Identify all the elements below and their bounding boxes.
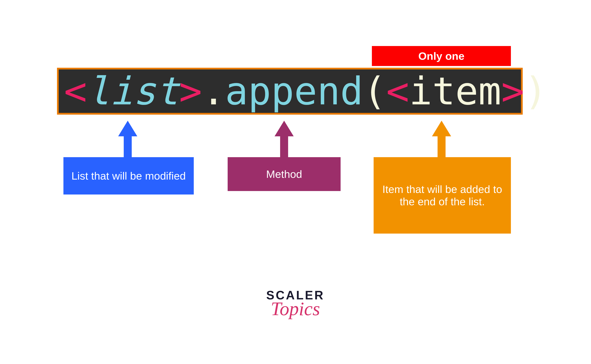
code-append-method: append	[225, 72, 363, 110]
angle-bracket-open: <	[64, 72, 87, 110]
arrow-up-icon	[432, 121, 451, 136]
scaler-topics-logo: SCALER Topics	[256, 288, 335, 320]
code-dot: .	[202, 72, 225, 110]
code-item-placeholder: item	[409, 72, 501, 110]
angle-bracket-open: <	[386, 72, 409, 110]
angle-bracket-close: >	[179, 72, 202, 110]
paren-close: )	[524, 72, 547, 110]
callout-method-description: Method	[228, 157, 341, 191]
code-syntax-box: <list>.append(<item>)	[57, 68, 523, 115]
callout-item-description: Item that will be added to the end of th…	[374, 157, 511, 234]
callout-list-description: List that will be modified	[63, 157, 194, 195]
arrow-stem	[438, 136, 446, 158]
arrow-up-icon	[275, 121, 294, 136]
code-list-placeholder: list	[87, 72, 179, 110]
angle-bracket-close: >	[501, 72, 524, 110]
arrow-stem	[280, 136, 288, 158]
arrow-stem	[124, 136, 132, 158]
arrow-up-icon	[118, 121, 137, 136]
paren-open: (	[363, 72, 386, 110]
only-one-badge: Only one	[372, 46, 511, 66]
